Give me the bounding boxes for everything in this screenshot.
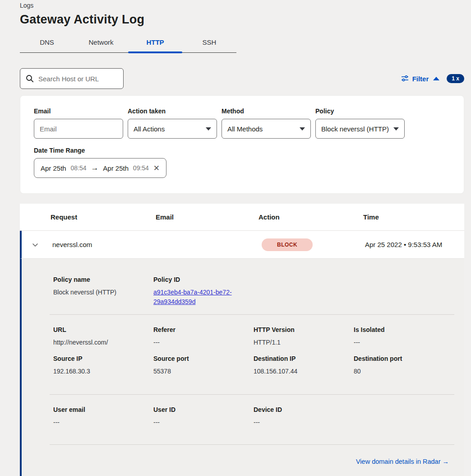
start-time[interactable]: 08:54	[71, 164, 87, 172]
tab-bar: DNS Network HTTP SSH	[20, 35, 236, 53]
empty-cell	[354, 406, 454, 427]
detail-label: Policy ID	[153, 276, 245, 283]
table-row[interactable]: neverssl.com BLOCK Apr 25 2022 • 9:53:53…	[20, 231, 464, 259]
detail-destination-ip: Destination IP 108.156.107.44	[254, 355, 354, 376]
detail-device-id: Device ID ---	[254, 406, 354, 427]
detail-label: URL	[53, 326, 145, 333]
clear-date-range-icon[interactable]: ✕	[153, 164, 160, 172]
action-select-value: All Actions	[134, 125, 165, 133]
filter-count-badge[interactable]: 1 x	[447, 74, 464, 83]
row-expand-toggle[interactable]	[32, 241, 52, 248]
filter-controls: Filter 1 x	[401, 74, 464, 83]
detail-value: HTTP/1.1	[254, 338, 346, 347]
chevron-down-icon	[32, 241, 39, 248]
breadcrumb[interactable]: Logs	[20, 2, 471, 9]
detail-value: 55378	[153, 367, 245, 376]
http-section-row2: Source IP 192.168.30.3 Source port 55378…	[22, 347, 464, 394]
tab-dns[interactable]: DNS	[20, 35, 74, 52]
row-request: neverssl.com	[52, 241, 157, 248]
chevron-down-icon	[206, 127, 211, 131]
col-request: Request	[51, 213, 156, 221]
tab-ssh-label: SSH	[203, 38, 217, 46]
action-select[interactable]: All Actions	[128, 119, 217, 139]
end-date[interactable]: Apr 25th	[103, 164, 129, 172]
detail-policy-id: Policy ID a91c3eb4-ba7a-4201-be72-29a934…	[153, 276, 254, 307]
search-icon	[26, 75, 34, 83]
method-filter: Method All Methods	[222, 107, 311, 139]
filter-sliders-icon	[401, 75, 409, 82]
detail-label: Is Isolated	[354, 326, 446, 333]
start-date[interactable]: Apr 25th	[41, 164, 66, 172]
filter-toggle[interactable]: Filter	[412, 75, 429, 83]
detail-label: Device ID	[254, 406, 346, 413]
toolbar: Filter 1 x	[20, 68, 464, 89]
action-filter-label: Action taken	[128, 107, 217, 115]
date-range-label: Date Time Range	[34, 147, 450, 154]
detail-label: Policy name	[53, 276, 145, 283]
policy-select[interactable]: Block neverssl (HTTP)	[315, 119, 405, 139]
detail-user-email: User email ---	[53, 406, 153, 427]
detail-value: ---	[354, 338, 446, 347]
method-select[interactable]: All Methods	[222, 119, 311, 139]
detail-destination-port: Destination port 80	[354, 355, 454, 376]
detail-label: HTTP Version	[254, 326, 346, 333]
row-action: BLOCK	[260, 238, 365, 251]
tab-http[interactable]: HTTP	[128, 35, 182, 52]
detail-user-id: User ID ---	[153, 406, 254, 427]
detail-label: Source IP	[53, 355, 145, 362]
search-input[interactable]	[38, 75, 118, 83]
detail-value: ---	[153, 418, 245, 427]
email-field[interactable]	[40, 125, 117, 133]
detail-is-isolated: Is Isolated ---	[354, 326, 454, 347]
tab-network-label: Network	[88, 38, 113, 46]
detail-policy-name: Policy name Block neverssl (HTTP)	[53, 276, 153, 307]
activity-table: Request Email Action Time neverssl.com B…	[20, 204, 464, 476]
filter-panel: Email Action taken All Actions Method Al…	[20, 95, 464, 194]
tab-network[interactable]: Network	[74, 35, 128, 52]
detail-referer: Referer ---	[153, 326, 254, 347]
chevron-down-icon	[393, 127, 399, 131]
email-filter-label: Email	[34, 107, 123, 115]
tab-http-label: HTTP	[146, 38, 164, 46]
policy-id-link[interactable]: a91c3eb4-ba7a-4201-be72-29a934dd359d	[153, 289, 232, 305]
tab-ssh[interactable]: SSH	[182, 35, 236, 52]
empty-cell	[354, 276, 454, 307]
chevron-up-icon[interactable]	[433, 77, 439, 80]
filter-row-1: Email Action taken All Actions Method Al…	[34, 107, 450, 139]
end-time[interactable]: 09:54	[133, 164, 149, 172]
arrow-right-icon: →	[91, 163, 98, 173]
detail-label: Referer	[153, 326, 245, 333]
radar-link-row: View domain details in Radar →	[22, 445, 464, 466]
table-header: Request Email Action Time	[20, 204, 464, 231]
row-time: Apr 25 2022 • 9:53:53 AM	[365, 241, 464, 248]
policy-section: Policy name Block neverssl (HTTP) Policy…	[22, 261, 464, 314]
email-filter: Email	[34, 107, 123, 139]
col-action: Action	[259, 213, 363, 221]
detail-value: 108.156.107.44	[254, 367, 346, 376]
date-range-filter: Date Time Range Apr 25th 08:54 → Apr 25t…	[34, 147, 450, 178]
detail-url: URL http://neverssl.com/	[53, 326, 153, 347]
method-select-value: All Methods	[227, 125, 263, 133]
user-section: User email --- User ID --- Device ID ---	[22, 395, 464, 444]
row-details-panel: Policy name Block neverssl (HTTP) Policy…	[20, 259, 464, 476]
detail-label: Destination IP	[254, 355, 346, 362]
action-filter: Action taken All Actions	[128, 107, 217, 139]
email-input-wrap[interactable]	[34, 119, 123, 139]
detail-http-version: HTTP Version HTTP/1.1	[254, 326, 354, 347]
detail-value: 80	[354, 367, 446, 376]
radar-link[interactable]: View domain details in Radar →	[356, 458, 449, 465]
detail-label: User ID	[153, 406, 245, 413]
method-filter-label: Method	[222, 107, 311, 115]
tab-dns-label: DNS	[40, 38, 54, 46]
chevron-down-icon	[300, 127, 305, 131]
http-section-row1: URL http://neverssl.com/ Referer --- HTT…	[22, 315, 464, 347]
detail-label: Source port	[153, 355, 245, 362]
block-badge: BLOCK	[262, 238, 313, 251]
policy-filter: Policy Block neverssl (HTTP)	[315, 107, 405, 139]
empty-cell	[254, 276, 354, 307]
date-range-picker[interactable]: Apr 25th 08:54 → Apr 25th 09:54 ✕	[34, 158, 166, 178]
search-box[interactable]	[20, 68, 124, 89]
detail-label: User email	[53, 406, 145, 413]
col-time: Time	[363, 213, 464, 221]
detail-value: ---	[254, 418, 346, 427]
